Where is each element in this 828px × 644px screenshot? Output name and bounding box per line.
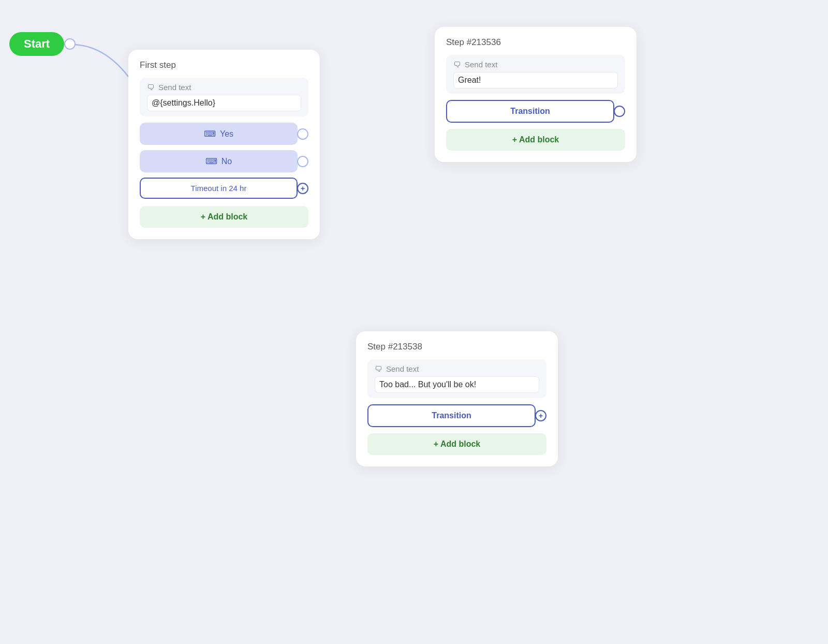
timeout-label: Timeout in 24 hr — [191, 184, 247, 193]
step-213538-send-text-block: 🗨 Send text Too bad... But you'll be ok! — [367, 359, 546, 398]
first-step-card: First step 🗨 Send text @{settings.Hello}… — [128, 50, 320, 239]
yes-choice-row: ⌨ Yes — [140, 123, 308, 145]
start-connector-dot — [64, 38, 76, 50]
first-step-send-text-value: @{settings.Hello} — [147, 95, 301, 111]
start-button[interactable]: Start — [9, 32, 64, 56]
message-icon-213536: 🗨 — [453, 60, 461, 69]
no-connector-dot — [297, 156, 308, 167]
step-213536-card: Step #213536 🗨 Send text Great! Transiti… — [435, 27, 637, 162]
no-choice-row: ⌨ No — [140, 150, 308, 172]
yes-label: Yes — [220, 129, 233, 139]
first-step-send-text-block: 🗨 Send text @{settings.Hello} — [140, 78, 308, 116]
step-213538-send-text-value: Too bad... But you'll be ok! — [375, 376, 539, 393]
no-button[interactable]: ⌨ No — [140, 150, 298, 172]
keyboard-icon-no: ⌨ — [205, 156, 217, 166]
yes-connector-dot — [297, 128, 308, 140]
first-step-send-text-label: 🗨 Send text — [147, 83, 301, 92]
step-213538-card: Step #213538 🗨 Send text Too bad... But … — [356, 331, 558, 466]
start-node: Start — [9, 32, 76, 56]
step-213536-send-text-value: Great! — [453, 72, 618, 89]
step-213538-transition-row: Transition + — [367, 404, 546, 427]
step-213538-title: Step #213538 — [367, 342, 546, 352]
first-step-title: First step — [140, 60, 308, 70]
step-213538-transition-plus[interactable]: + — [535, 410, 546, 421]
step-213538-add-block-button[interactable]: + Add block — [367, 433, 546, 455]
step-213536-add-block-button[interactable]: + Add block — [446, 129, 625, 151]
first-step-send-text-text: Send text — [158, 83, 191, 92]
step-213536-transition-row: Transition — [446, 100, 625, 123]
no-label: No — [221, 157, 232, 166]
message-icon: 🗨 — [147, 83, 155, 92]
keyboard-icon-yes: ⌨ — [204, 129, 216, 139]
step-213536-title: Step #213536 — [446, 37, 625, 48]
first-step-add-block-button[interactable]: + Add block — [140, 206, 308, 228]
step-213536-transition-connector — [614, 106, 625, 117]
timeout-button[interactable]: Timeout in 24 hr — [140, 178, 298, 199]
message-icon-213538: 🗨 — [375, 364, 382, 373]
step-213538-transition-button[interactable]: Transition — [367, 404, 536, 427]
timeout-plus-connector[interactable]: + — [297, 183, 308, 194]
step-213538-send-text-label: 🗨 Send text — [375, 364, 539, 373]
step-213536-send-text-text: Send text — [465, 60, 497, 69]
step-213536-send-text-block: 🗨 Send text Great! — [446, 55, 625, 94]
step-213536-send-text-label: 🗨 Send text — [453, 60, 618, 69]
step-213536-transition-button[interactable]: Transition — [446, 100, 614, 123]
step-213538-send-text-text: Send text — [386, 364, 419, 373]
yes-button[interactable]: ⌨ Yes — [140, 123, 298, 145]
timeout-row: Timeout in 24 hr + — [140, 178, 308, 199]
